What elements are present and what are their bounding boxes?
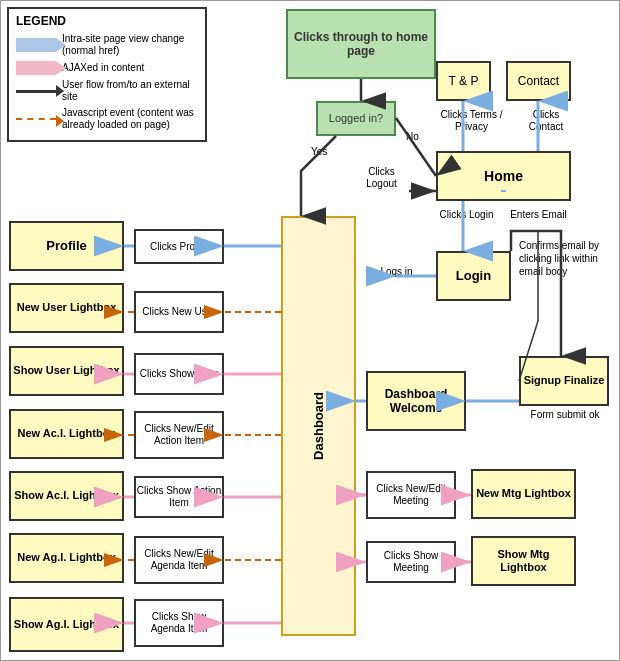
dashboard-welcome-box: Dashboard Welcome xyxy=(366,371,466,431)
clicks-new-meeting-box: Clicks New/Edit Meeting xyxy=(366,471,456,519)
dashed-arrow-icon xyxy=(16,118,56,121)
form-submit-label: Form submit ok xyxy=(521,409,609,420)
logged-in-box: Logged in? xyxy=(316,101,396,136)
clicks-show-agenda-box: Clicks Show Agenda Item xyxy=(134,599,224,647)
show-aci-lightbox-box: Show Ac.I. Lightbox xyxy=(9,471,124,521)
no-label: No xyxy=(406,131,419,142)
clicks-terms-label: Clicks Terms / Privacy xyxy=(439,109,504,133)
tp-box: T & P xyxy=(436,61,491,101)
enters-email-label: Enters Email xyxy=(506,209,571,221)
signup-finalize-box: Signup Finalize xyxy=(519,356,609,406)
clicks-login-label: Clicks Login xyxy=(439,209,494,221)
blue-arrow-icon xyxy=(16,38,56,52)
legend-item-dashed: Javascript event (content was already lo… xyxy=(16,107,198,131)
new-agi-lightbox-box: New Ag.I. Lightbox xyxy=(9,533,124,583)
clicks-new-action-box: Clicks New/Edit Action Item xyxy=(134,411,224,459)
new-mtg-lightbox-box: New Mtg Lightbox xyxy=(471,469,576,519)
clicks-contact-label: Clicks Contact xyxy=(516,109,576,133)
new-user-lightbox-box: New User Lightbox xyxy=(9,283,124,333)
logs-in-label: Logs in xyxy=(369,266,424,278)
contact-box: Contact xyxy=(506,61,571,101)
clicks-logout-label: Clicks Logout xyxy=(354,166,409,190)
confirms-email-label: Confirms email by clicking link within e… xyxy=(519,239,609,278)
black-arrow-icon xyxy=(16,90,56,93)
dashboard-box: Dashboard xyxy=(281,216,356,636)
clicks-profile-box: Clicks Profile xyxy=(134,229,224,264)
diagram: LEGEND Intra-site page view change (norm… xyxy=(0,0,620,661)
yes-label: Yes xyxy=(311,146,327,157)
login-box: Login xyxy=(436,251,511,301)
legend-title: LEGEND xyxy=(16,14,198,28)
legend-item-pink: AJAXed in content xyxy=(16,61,198,75)
home-box: Home xyxy=(436,151,571,201)
clicks-show-user-box: Clicks Show User xyxy=(134,353,224,395)
show-mtg-lightbox-box: Show Mtg Lightbox xyxy=(471,536,576,586)
legend-item-black: User flow from/to an external site xyxy=(16,79,198,103)
clicks-new-agenda-box: Clicks New/Edit Agenda Item xyxy=(134,536,224,584)
show-agi-lightbox-box: Show Ag.I. Lightbox xyxy=(9,597,124,652)
clicks-show-meeting-box: Clicks Show Meeting xyxy=(366,541,456,583)
legend-item-blue: Intra-site page view change (normal href… xyxy=(16,33,198,57)
clicks-new-user-box: Clicks New User xyxy=(134,291,224,333)
clicks-home-box: Clicks through to home page xyxy=(286,9,436,79)
show-user-lightbox-box: Show User Lightbox xyxy=(9,346,124,396)
legend: LEGEND Intra-site page view change (norm… xyxy=(7,7,207,142)
new-aci-lightbox-box: New Ac.I. Lightbox xyxy=(9,409,124,459)
clicks-show-action-box: Clicks Show Action Item xyxy=(134,476,224,518)
pink-arrow-icon xyxy=(16,61,56,75)
profile-box: Profile xyxy=(9,221,124,271)
